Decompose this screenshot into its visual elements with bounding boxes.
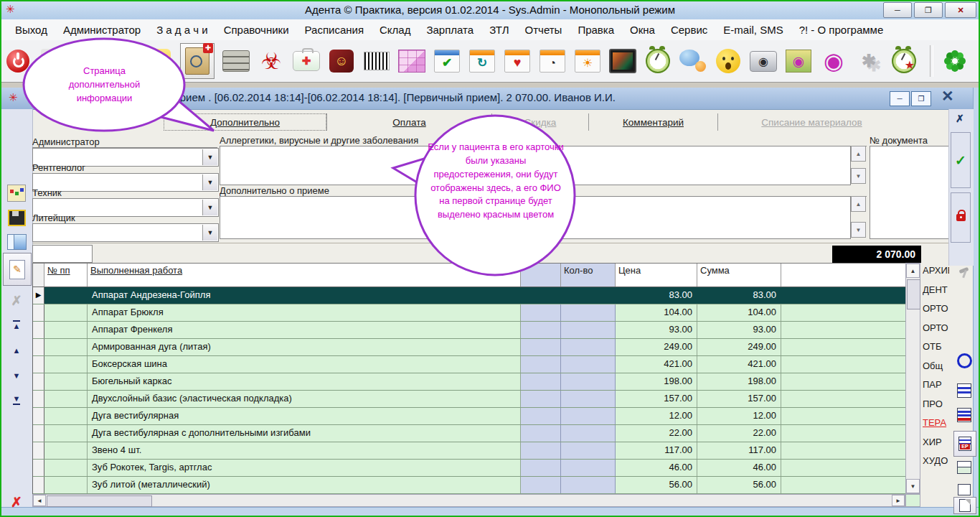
- table-cell[interactable]: [44, 477, 88, 493]
- table-row[interactable]: Двухслойный базис (эластическая подкладк…: [33, 391, 905, 408]
- table-cell[interactable]: [521, 356, 561, 373]
- vertical-scrollbar[interactable]: ▲ ▼: [905, 263, 920, 494]
- table-row[interactable]: Дуга вестибулярная12.0012.00: [33, 408, 905, 425]
- scroll-up-button[interactable]: ▲: [906, 264, 920, 278]
- lock-button[interactable]: [951, 192, 971, 243]
- calendar-sun-icon[interactable]: ☀: [574, 47, 601, 75]
- table-cell[interactable]: [33, 408, 44, 424]
- table-cell[interactable]: [781, 477, 906, 493]
- camera-icon[interactable]: ◉: [750, 47, 777, 75]
- close-icon[interactable]: ✗: [956, 113, 964, 124]
- spin-down-button[interactable]: ▼: [851, 168, 866, 184]
- table-row[interactable]: Звено 4 шт.117.00117.00: [33, 442, 905, 460]
- document-lines-icon[interactable]: [957, 383, 971, 398]
- table-row[interactable]: Зуб литой (металлический)56.0056.00: [33, 477, 905, 494]
- gears-icon[interactable]: ✱: [855, 47, 882, 75]
- minimize-button[interactable]: ─: [883, 2, 912, 18]
- table-cell[interactable]: [781, 425, 906, 442]
- table-cell[interactable]: Двухслойный базис (эластическая подкладк…: [88, 391, 521, 407]
- surprised-smiley-icon[interactable]: [715, 47, 742, 75]
- split-box-icon[interactable]: [957, 461, 971, 474]
- calendar-check-icon[interactable]: ✔: [433, 47, 461, 75]
- table-cell[interactable]: [781, 408, 906, 424]
- table-cell[interactable]: [44, 460, 88, 476]
- table-cell[interactable]: Звено 4 шт.: [88, 442, 521, 459]
- table-cell[interactable]: 46.00: [616, 460, 697, 476]
- doc-minimize-button[interactable]: ─: [890, 91, 910, 106]
- table-cell[interactable]: [33, 322, 44, 338]
- document-multilines-icon[interactable]: [957, 408, 971, 422]
- table-cell[interactable]: [521, 287, 561, 304]
- confirm-check-button[interactable]: ✓: [951, 132, 971, 188]
- tab-materials[interactable]: Списание материалов: [717, 113, 905, 131]
- table-cell[interactable]: [521, 408, 561, 424]
- biohazard-icon[interactable]: ☣: [258, 47, 285, 75]
- table-cell[interactable]: [521, 304, 561, 321]
- table-cell[interactable]: [521, 442, 561, 459]
- menu-item[interactable]: Расписания: [297, 24, 372, 36]
- table-cell[interactable]: Аппарат Андрезена-Гойпля: [88, 287, 521, 304]
- menu-item[interactable]: Зарплата: [418, 24, 481, 36]
- category-item[interactable]: ДЕНТ: [923, 284, 949, 295]
- table-cell[interactable]: [33, 442, 44, 459]
- table-cell[interactable]: [44, 408, 88, 424]
- spin-up-button[interactable]: ▲: [851, 196, 866, 212]
- move-top-icon[interactable]: ▲: [6, 316, 27, 335]
- table-cell[interactable]: [561, 304, 616, 321]
- table-row[interactable]: Боксерская шина421.00421.00: [33, 356, 905, 373]
- icq-flower-icon[interactable]: [941, 47, 969, 75]
- scroll-left-button[interactable]: ◄: [33, 495, 46, 506]
- table-cell[interactable]: [44, 304, 88, 321]
- table-cell[interactable]: Зуб Рокотек, Targis, артглас: [88, 460, 521, 476]
- table-cell[interactable]: 83.00: [697, 287, 781, 304]
- table-cell[interactable]: 12.00: [616, 408, 697, 424]
- column-header[interactable]: Сумма: [697, 264, 781, 287]
- table-cell[interactable]: [521, 460, 561, 476]
- table-cell[interactable]: [561, 356, 616, 373]
- table-cell[interactable]: [561, 373, 616, 390]
- chart-icon[interactable]: [6, 184, 27, 202]
- page-button[interactable]: [953, 497, 976, 514]
- alarm-clock-icon[interactable]: [644, 47, 672, 75]
- table-row[interactable]: Аппарат Френкеля93.0093.00: [33, 322, 905, 339]
- calendar-refresh-icon[interactable]: ↻: [468, 47, 496, 75]
- doc-close-button[interactable]: ✕: [941, 88, 954, 105]
- table-cell[interactable]: 421.00: [616, 356, 697, 373]
- table-cell[interactable]: Аппарат Френкеля: [88, 322, 521, 338]
- doc-number-field[interactable]: [870, 146, 954, 239]
- table-cell[interactable]: [781, 339, 906, 355]
- table-row[interactable]: Бюгельный каркас198.00198.00: [33, 373, 905, 391]
- menu-item[interactable]: Окна: [622, 24, 663, 36]
- spin-down-button[interactable]: ▼: [851, 222, 866, 238]
- eye-frame-icon[interactable]: ◉: [785, 47, 812, 75]
- calendar-heart-icon[interactable]: ♥: [504, 47, 531, 75]
- table-cell[interactable]: 117.00: [616, 442, 697, 459]
- maximize-button[interactable]: ❐: [914, 2, 943, 18]
- table-cell[interactable]: [33, 304, 44, 321]
- category-item[interactable]: Общ: [923, 360, 949, 371]
- column-header[interactable]: № пп: [44, 264, 88, 287]
- table-cell[interactable]: 198.00: [616, 373, 697, 390]
- window-icon[interactable]: [6, 233, 27, 251]
- table-cell[interactable]: 56.00: [697, 477, 781, 493]
- table-cell[interactable]: [33, 477, 44, 493]
- table-cell[interactable]: Зуб литой (металлический): [88, 477, 521, 493]
- category-item[interactable]: АРХИВ: [923, 265, 949, 276]
- table-cell[interactable]: Боксерская шина: [88, 356, 521, 373]
- spin-up-button[interactable]: ▲: [851, 146, 866, 162]
- table-cell[interactable]: [44, 322, 88, 338]
- table-cell[interactable]: 12.00: [697, 408, 781, 424]
- table-cell[interactable]: 46.00: [697, 460, 781, 476]
- column-header[interactable]: Цена: [616, 264, 697, 287]
- category-item[interactable]: ОРТО: [923, 322, 949, 333]
- table-cell[interactable]: 249.00: [616, 339, 697, 355]
- move-up-icon[interactable]: ▲: [6, 341, 27, 360]
- category-item[interactable]: ОТБ: [923, 341, 949, 352]
- blank-box-icon[interactable]: [958, 484, 971, 495]
- scroll-down-button[interactable]: ▼: [906, 479, 920, 493]
- scroll-right-button[interactable]: ►: [892, 495, 905, 506]
- move-down-icon[interactable]: ▼: [6, 366, 27, 385]
- table-cell[interactable]: [521, 322, 561, 338]
- table-cell[interactable]: Бюгельный каркас: [88, 373, 521, 390]
- table-cell[interactable]: [781, 460, 906, 476]
